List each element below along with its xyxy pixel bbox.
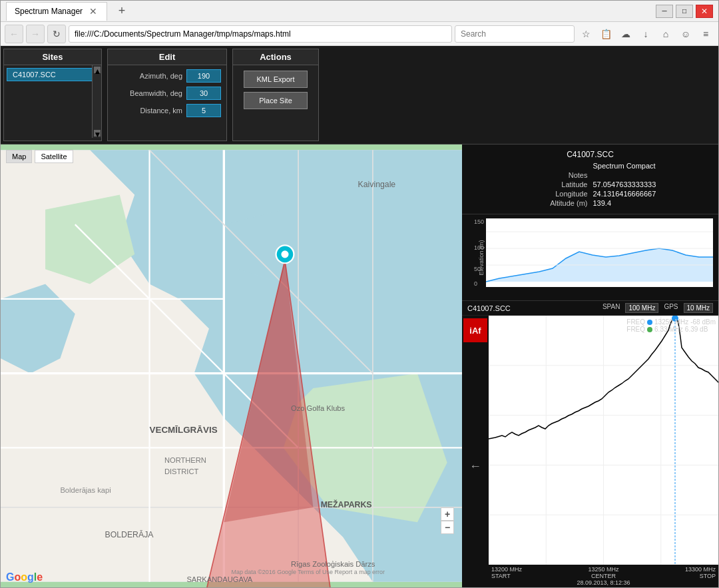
place-site-button[interactable]: Place Site [244, 92, 308, 109]
freq1-dot [647, 320, 652, 325]
svg-text:Rīgas Zooloģiskais Dārzs: Rīgas Zooloģiskais Dārzs [291, 560, 375, 568]
azimuth-input[interactable] [186, 69, 221, 83]
distance-input[interactable] [186, 104, 221, 117]
download-icon[interactable]: ↓ [637, 25, 654, 43]
elev-y-mid: 100 [474, 244, 484, 251]
distance-row: Distance, km [113, 104, 221, 117]
scrollbar-up[interactable]: ▲ [94, 67, 101, 73]
maximize-button[interactable]: □ [676, 5, 693, 18]
spectrum-header: C41007.SCC SPAN 100 MHz GPS 10 MHz [462, 301, 718, 316]
map-container[interactable]: Map Satellite [1, 145, 462, 587]
site-item[interactable]: C41007.SCC [7, 68, 99, 81]
info-lat-label: Latitude [470, 180, 593, 188]
freq2-value: 6.33 MHz [654, 326, 683, 333]
right-panels: C41007.SCC Spectrum Compact Notes Latitu… [462, 145, 718, 587]
svg-text:DISTRICT: DISTRICT [164, 467, 199, 475]
x-stop-value: 13300 MHz [685, 566, 716, 573]
scrollbar-down[interactable]: ▼ [94, 130, 101, 137]
elev-y-max: 150 [474, 218, 484, 225]
spectrum-svg-container [489, 316, 718, 565]
home-icon[interactable]: ⌂ [657, 25, 674, 43]
sites-list: C41007.SCC [4, 65, 101, 84]
edit-panel: Edit Azimuth, deg Beamwidth, deg Distanc… [107, 49, 227, 141]
tabs-area: Spectrum Manager ✕ + [6, 2, 656, 21]
freq2-row: FREQ 6.33 MHz 6.39 dB [626, 326, 716, 333]
actions-buttons: KML Export Place Site [233, 65, 318, 115]
spectrum-svg [489, 316, 718, 565]
close-button[interactable]: ✕ [696, 5, 713, 18]
svg-text:Ozo Golfa Klubs: Ozo Golfa Klubs [291, 404, 346, 412]
zoom-out-button[interactable]: − [441, 521, 454, 534]
reader-icon[interactable]: 📋 [597, 25, 614, 43]
minimize-button[interactable]: ─ [656, 5, 673, 18]
x-start-value: 13200 MHz [491, 566, 522, 573]
emoji-icon[interactable]: ☺ [677, 25, 694, 43]
elevation-svg: Elevation 0m @ 3235m Distance [486, 218, 713, 287]
svg-text:VECMĪLGRĀVIS: VECMĪLGRĀVIS [150, 425, 218, 435]
main-area: Map Satellite [1, 145, 718, 587]
window-controls: ─ □ ✕ [656, 5, 713, 18]
beamwidth-input[interactable] [186, 87, 221, 100]
info-type-label [470, 162, 593, 170]
map-zoom-controls: + − [441, 507, 454, 534]
info-notes-value [593, 171, 711, 179]
info-lat-row: Latitude 57.0547633333333 [470, 180, 710, 188]
bookmark-icon[interactable]: ☆ [577, 25, 595, 43]
app-content: Sites C41007.SCC ▲ ▼ Edit A [1, 46, 718, 587]
sites-panel: Sites C41007.SCC ▲ ▼ [3, 49, 102, 141]
freq1-row: FREQ 13250 MHz -68 dBm [626, 318, 716, 326]
x-center-group: 13250 MHz CENTER 28.09.2013, 8:12:36 [577, 566, 630, 586]
svg-text:SARKANDAUGAVA: SARKANDAUGAVA [186, 575, 252, 583]
info-alt-value: 139.4 [593, 199, 711, 207]
spectrum-x-labels: 13200 MHz START 13250 MHz CENTER 28.09.2… [489, 565, 718, 587]
beamwidth-row: Beamwidth, deg [113, 87, 221, 100]
pocket-icon[interactable]: ☁ [617, 25, 634, 43]
edit-panel-title: Edit [108, 49, 226, 65]
map-svg: Kaivingale BOLDERĀJA Bolderājas kapi VEC… [1, 145, 462, 587]
svg-text:Kaivingale: Kaivingale [358, 180, 396, 189]
svg-text:NORTHERN: NORTHERN [164, 456, 206, 464]
google-logo: Google [6, 571, 43, 583]
kml-export-button[interactable]: KML Export [244, 71, 308, 88]
span-value: 100 MHz [625, 303, 658, 313]
info-lon-label: Longitude [470, 190, 593, 198]
x-center-label: CENTER [577, 573, 630, 579]
iaf-logo: iAf [463, 318, 487, 342]
actions-panel-title: Actions [233, 49, 318, 65]
x-start-label: START [491, 573, 522, 579]
new-tab-button[interactable]: + [113, 2, 131, 21]
back-button[interactable]: ← [5, 25, 23, 43]
nav-right-controls: ☆ 📋 ☁ ↓ ⌂ ☺ ≡ [455, 25, 714, 43]
x-start-group: 13200 MHz START [491, 566, 522, 586]
azimuth-label: Azimuth, deg [113, 72, 186, 80]
satellite-view-button[interactable]: Satellite [35, 150, 73, 163]
actions-panel: Actions KML Export Place Site [232, 49, 319, 141]
zoom-in-button[interactable]: + [441, 507, 454, 521]
spectrum-title: C41007.SCC [467, 304, 511, 312]
info-lon-value: 24.1316416666667 [593, 190, 711, 198]
refresh-button[interactable]: ↻ [47, 25, 66, 43]
info-site-name: C41007.SCC [470, 150, 710, 159]
menu-icon[interactable]: ≡ [697, 25, 714, 43]
sites-panel-title: Sites [4, 49, 101, 65]
active-tab[interactable]: Spectrum Manager ✕ [6, 2, 107, 21]
info-lon-row: Longitude 24.1316416666667 [470, 190, 710, 198]
svg-text:Map data ©2016 Google  Terms o: Map data ©2016 Google Terms of Use Repor… [232, 569, 385, 575]
map-controls: Map Satellite [6, 150, 73, 163]
tab-close-button[interactable]: ✕ [88, 6, 99, 17]
map-view-button[interactable]: Map [6, 150, 32, 163]
title-bar: Spectrum Manager ✕ + ─ □ ✕ [1, 1, 718, 22]
distance-label: Distance, km [113, 107, 186, 115]
nav-bar: ← → ↻ ☆ 📋 ☁ ↓ ⌂ ☺ ≡ [1, 22, 718, 46]
spectrum-chart-area: iAf ← FREQ 13250 MHz -68 dBm [462, 316, 718, 587]
freq2-db: 6.39 dB [685, 326, 708, 333]
svg-text:BOLDERĀJA: BOLDERĀJA [105, 530, 154, 539]
gps-label: GPS [664, 303, 678, 313]
search-input[interactable] [455, 25, 575, 43]
freq1-label: FREQ [626, 318, 645, 326]
x-center-value: 13250 MHz [577, 566, 630, 573]
beamwidth-label: Beamwidth, deg [113, 89, 186, 97]
forward-button[interactable]: → [26, 25, 45, 43]
address-bar[interactable] [69, 25, 452, 43]
elevation-chart: Elevation (m) 150 100 50 0 Elevation 0m … [462, 214, 718, 301]
